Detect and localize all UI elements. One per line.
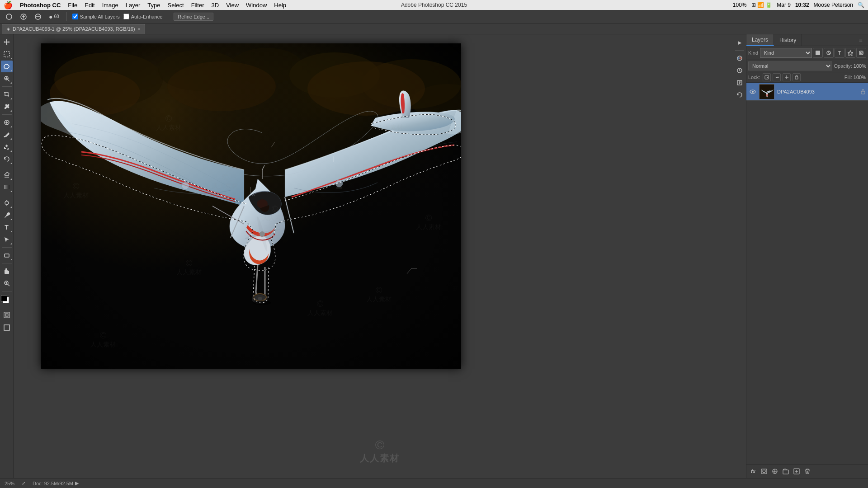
menu-type[interactable]: Type: [147, 2, 160, 9]
new-group-button[interactable]: [781, 466, 791, 476]
history-brush-tool[interactable]: [1, 153, 13, 165]
dodge-tool[interactable]: [1, 197, 13, 209]
refine-edge-button[interactable]: Refine Edge...: [174, 13, 213, 21]
menu-help[interactable]: Help: [274, 2, 286, 9]
sample-all-layers-checkbox[interactable]: Sample All Layers: [72, 14, 120, 19]
menu-filter[interactable]: Filter: [191, 2, 204, 9]
layer-visibility-toggle[interactable]: [749, 88, 756, 95]
svg-point-78: [763, 470, 765, 473]
auto-enhance-checkbox[interactable]: Auto-Enhance: [123, 14, 163, 19]
new-fill-adj-button[interactable]: [770, 466, 780, 476]
layer-fx-button[interactable]: fx: [748, 466, 758, 476]
hand-tool[interactable]: [1, 265, 13, 277]
crop-tool[interactable]: [1, 89, 13, 100]
svg-rect-76: [861, 91, 865, 94]
foreground-color-swatch[interactable]: [1, 295, 7, 301]
menu-bar-percentage: 100%: [733, 2, 747, 8]
history-tab[interactable]: History: [774, 34, 802, 46]
tab-close-button[interactable]: ×: [138, 27, 141, 32]
filter-shape-btn[interactable]: [845, 48, 855, 58]
status-bar: 25% ⤢ Doc: 92.5M/92.5M ▶: [0, 478, 868, 488]
menu-select[interactable]: Select: [167, 2, 184, 9]
panel-icon-style[interactable]: [734, 77, 745, 88]
lock-image-btn[interactable]: [773, 73, 781, 81]
panel-icon-adjust[interactable]: [734, 65, 745, 76]
foreground-background-colors[interactable]: [1, 295, 13, 307]
lock-position-btn[interactable]: [783, 73, 791, 81]
filter-pixel-btn[interactable]: [813, 48, 823, 58]
document-tab-bar: ◈ DPA2ACUB4093-1 @ 25% (DPA2ACUB4093, RG…: [0, 23, 868, 34]
zoom-display[interactable]: 25%: [5, 481, 14, 486]
shape-tool[interactable]: [1, 249, 13, 261]
lock-label: Lock:: [748, 75, 760, 80]
panel-menu-button[interactable]: ≡: [855, 35, 866, 46]
lock-all-btn[interactable]: [793, 73, 801, 81]
menu-file[interactable]: File: [68, 2, 77, 9]
menu-view[interactable]: View: [226, 2, 239, 9]
menu-layer[interactable]: Layer: [126, 2, 141, 9]
menu-edit[interactable]: Edit: [85, 2, 94, 9]
healing-brush-tool[interactable]: [1, 117, 13, 128]
opacity-value[interactable]: 100%: [854, 63, 866, 69]
tool-add-selection[interactable]: [18, 12, 29, 21]
canvas-image: © 人人素材 © 人人素材 © 人人素材 © 人人素材: [41, 43, 461, 369]
quick-selection-tool[interactable]: [1, 73, 13, 84]
gradient-tool[interactable]: [1, 181, 13, 193]
brush-tool[interactable]: [1, 129, 13, 141]
layer-item[interactable]: DPA2ACUB4093: [746, 83, 868, 101]
menu-window[interactable]: Window: [246, 2, 267, 9]
quick-mask-button[interactable]: [1, 309, 13, 321]
doc-size-label: Doc: 92.5M/92.5M: [33, 481, 73, 486]
zoom-tool[interactable]: [1, 277, 13, 289]
toolbar-sep-2: [168, 12, 168, 21]
panel-icon-history[interactable]: [734, 89, 745, 100]
panel-toggle-arrow[interactable]: ▶: [734, 37, 745, 48]
eraser-tool[interactable]: [1, 169, 13, 181]
panels-column: ▶: [746, 34, 868, 478]
eyedropper-tool[interactable]: [1, 101, 13, 113]
doc-size-arrow: ▶: [75, 480, 79, 486]
blend-mode-dropdown[interactable]: Normal Dissolve Multiply Screen Overlay: [748, 61, 832, 70]
thumb-svg: [760, 84, 774, 99]
path-selection-tool[interactable]: [1, 234, 13, 245]
filter-adjust-btn[interactable]: [824, 48, 834, 58]
document-info[interactable]: Doc: 92.5M/92.5M ▶: [33, 480, 79, 486]
tool-subtract-selection[interactable]: [33, 12, 43, 21]
document-tab[interactable]: ◈ DPA2ACUB4093-1 @ 25% (DPA2ACUB4093, RG…: [2, 24, 145, 34]
svg-rect-19: [5, 254, 9, 257]
text-tool[interactable]: T: [1, 221, 13, 233]
apple-logo-icon[interactable]: 🍎: [4, 1, 13, 9]
pen-tool[interactable]: [1, 209, 13, 221]
layer-kind-dropdown[interactable]: Kind: [760, 48, 812, 58]
layer-name: DPA2ACUB4093: [777, 89, 858, 94]
filter-type-btn[interactable]: T: [835, 48, 844, 58]
panel-icon-strip: ▶: [733, 35, 746, 102]
delete-layer-button[interactable]: [802, 466, 812, 476]
brush-size-btn[interactable]: ● 60: [47, 12, 61, 21]
menu-bar-date: Mar 9: [777, 2, 791, 8]
lock-transparent-btn[interactable]: [763, 73, 771, 81]
tab-icon: ◈: [7, 27, 10, 31]
lock-row: Lock:: [746, 72, 868, 83]
clone-stamp-tool[interactable]: [1, 141, 13, 153]
panel-icon-color[interactable]: [734, 53, 745, 64]
menu-bar-time: 10:32: [795, 2, 809, 8]
layers-panel-header: Layers History ≡: [746, 34, 868, 46]
menu-3d[interactable]: 3D: [212, 2, 219, 9]
fill-value[interactable]: 100%: [854, 75, 866, 80]
menu-bar-right: 100% ⊞ 📶 🔋 Mar 9 10:32 Moose Peterson 🔍: [733, 2, 864, 8]
search-icon[interactable]: 🔍: [858, 2, 864, 8]
lasso-tool[interactable]: [1, 61, 13, 72]
svg-rect-65: [816, 51, 820, 55]
canvas-document[interactable]: © 人人素材 © 人人素材 © 人人素材 © 人人素材: [41, 43, 461, 369]
filter-smart-btn[interactable]: [856, 48, 866, 58]
marquee-tool[interactable]: [1, 48, 13, 60]
new-layer-button[interactable]: [792, 466, 802, 476]
screen-mode-button[interactable]: [1, 322, 13, 333]
move-tool[interactable]: [1, 36, 13, 48]
tool-new-selection[interactable]: [4, 12, 14, 21]
layers-tab[interactable]: Layers: [746, 34, 774, 46]
add-mask-button[interactable]: [759, 466, 769, 476]
menu-image[interactable]: Image: [102, 2, 118, 9]
app-name[interactable]: Photoshop CC: [20, 2, 61, 9]
